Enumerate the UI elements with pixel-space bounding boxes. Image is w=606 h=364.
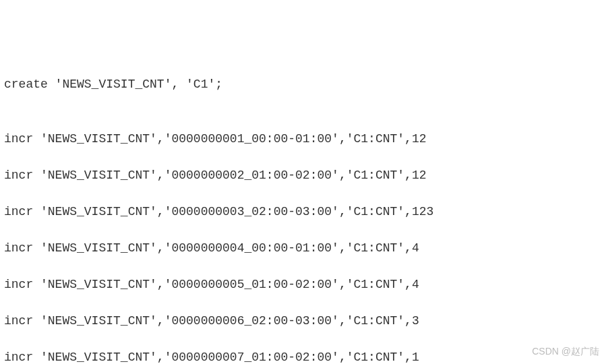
- code-row: incr 'NEWS_VISIT_CNT','0000000007_01:00-…: [4, 348, 602, 364]
- code-row: incr 'NEWS_VISIT_CNT','0000000002_01:00-…: [4, 166, 602, 185]
- code-row: incr 'NEWS_VISIT_CNT','0000000004_00:00-…: [4, 239, 602, 257]
- code-create-line: create 'NEWS_VISIT_CNT', 'C1';: [4, 75, 602, 94]
- code-row: incr 'NEWS_VISIT_CNT','0000000003_02:00-…: [4, 203, 602, 221]
- watermark-text: CSDN @赵广陆: [532, 344, 599, 359]
- code-row: incr 'NEWS_VISIT_CNT','0000000001_00:00-…: [4, 130, 602, 148]
- code-row: incr 'NEWS_VISIT_CNT','0000000005_01:00-…: [4, 276, 602, 294]
- code-row: incr 'NEWS_VISIT_CNT','0000000006_02:00-…: [4, 312, 602, 330]
